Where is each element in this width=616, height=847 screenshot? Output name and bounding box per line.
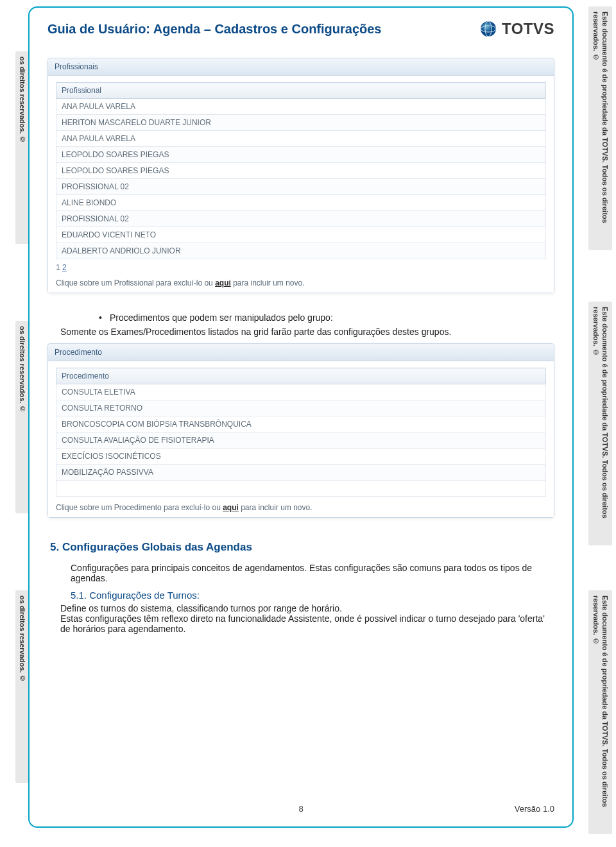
table-row[interactable]: ALINE BIONDO — [56, 195, 546, 211]
table-row[interactable]: PROFISSIONAL 02 — [56, 179, 546, 195]
table-procedimentos: Procedimento CONSULTA ELETIVACONSULTA RE… — [56, 368, 546, 497]
table-cell: ANA PAULA VARELA — [56, 99, 546, 115]
page-frame: Guia de Usuário: Agenda – Cadastros e Co… — [28, 6, 574, 828]
bullet-item: • Procedimentos que podem ser manipulado… — [99, 312, 554, 323]
version-label: Versão 1.0 — [515, 804, 554, 814]
table-row[interactable]: CONSULTA ELETIVA — [56, 384, 546, 400]
pager: 1 2 — [56, 263, 546, 272]
table-cell: ADALBERTO ANDRIOLO JUNIOR — [56, 243, 546, 259]
table-row[interactable]: ADALBERTO ANDRIOLO JUNIOR — [56, 243, 546, 259]
table-row-empty — [56, 481, 546, 497]
table-row[interactable]: ANA PAULA VARELA — [56, 99, 546, 115]
brand-text: TOTVS — [502, 20, 554, 38]
table-cell: PROFISSIONAL 02 — [56, 179, 546, 195]
table-row[interactable]: LEOPOLDO SOARES PIEGAS — [56, 147, 546, 163]
bullet-icon: • — [99, 312, 102, 323]
panel-title: Profissionais — [48, 58, 554, 76]
hint-procedimentos: Clique sobre um Procedimento para excluí… — [56, 503, 546, 512]
table-cell: EXECÍCIOS ISOCINÉTICOS — [56, 449, 546, 465]
add-profissional-link[interactable]: aqui — [215, 278, 231, 287]
table-row[interactable]: CONSULTA RETORNO — [56, 400, 546, 416]
bullet-text: Procedimentos que podem ser manipulados … — [110, 312, 333, 323]
svg-point-0 — [481, 21, 496, 37]
hint-text: para incluir um novo. — [233, 278, 304, 287]
table-cell: ANA PAULA VARELA — [56, 131, 546, 147]
table-row[interactable]: CONSULTA AVALIAÇÃO DE FISIOTERAPIA — [56, 432, 546, 449]
globe-icon — [479, 19, 498, 38]
paragraph: Somente os Exames/Procedimentos listados… — [60, 327, 554, 337]
table-cell: ALINE BIONDO — [56, 195, 546, 211]
table-cell: EDUARDO VICENTI NETO — [56, 227, 546, 243]
panel-title: Procedimento — [48, 344, 554, 361]
table-profissionais: Profissional ANA PAULA VARELAHERITON MAS… — [56, 82, 546, 259]
section-5-1-heading: 5.1. Configurações de Turnos: — [71, 590, 554, 601]
hint-text: Clique sobre um Profissional para excluí… — [56, 278, 215, 287]
table-cell: CONSULTA AVALIAÇÃO DE FISIOTERAPIA — [56, 432, 546, 449]
document-title: Guia de Usuário: Agenda – Cadastros e Co… — [47, 22, 382, 37]
table-cell: HERITON MASCARELO DUARTE JUNIOR — [56, 115, 546, 131]
table-row[interactable]: ANA PAULA VARELA — [56, 131, 546, 147]
hint-text: para incluir um novo. — [241, 503, 312, 512]
table-row[interactable]: HERITON MASCARELO DUARTE JUNIOR — [56, 115, 546, 131]
table-header[interactable]: Procedimento — [56, 368, 546, 384]
watermark-right-3: Este documento é de propriedade da TOTVS… — [588, 590, 612, 834]
table-cell: BRONCOSCOPIA COM BIÓPSIA TRANSBRÔNQUICA — [56, 416, 546, 432]
table-cell: LEOPOLDO SOARES PIEGAS — [56, 147, 546, 163]
header: Guia de Usuário: Agenda – Cadastros e Co… — [47, 19, 554, 38]
hint-profissionais: Clique sobre um Profissional para excluí… — [56, 278, 546, 287]
table-row[interactable]: EXECÍCIOS ISOCINÉTICOS — [56, 449, 546, 465]
watermark-right-1: Este documento é de propriedade da TOTVS… — [588, 6, 612, 250]
table-cell: CONSULTA RETORNO — [56, 400, 546, 416]
table-cell: MOBILIZAÇÃO PASSIVVA — [56, 465, 546, 481]
table-cell: LEOPOLDO SOARES PIEGAS — [56, 163, 546, 179]
section-5-1-body: Define os turnos do sistema, classifican… — [60, 603, 554, 634]
table-cell: CONSULTA ELETIVA — [56, 384, 546, 400]
table-row[interactable]: EDUARDO VICENTI NETO — [56, 227, 546, 243]
footer: 8 Versão 1.0 — [30, 804, 572, 814]
page-number: 8 — [298, 804, 303, 814]
table-row[interactable]: PROFISSIONAL 02 — [56, 211, 546, 227]
pager-page-current: 1 — [56, 263, 60, 272]
table-header[interactable]: Profissional — [56, 83, 546, 99]
brand-logo: TOTVS — [479, 19, 554, 38]
watermark-right-2: Este documento é de propriedade da TOTVS… — [588, 302, 612, 545]
hint-text: Clique sobre um Procedimento para excluí… — [56, 503, 223, 512]
table-row[interactable]: BRONCOSCOPIA COM BIÓPSIA TRANSBRÔNQUICA — [56, 416, 546, 432]
pager-page-link[interactable]: 2 — [62, 263, 67, 272]
panel-profissionais: Profissionais Profissional ANA PAULA VAR… — [47, 58, 554, 293]
table-cell: PROFISSIONAL 02 — [56, 211, 546, 227]
table-row[interactable]: LEOPOLDO SOARES PIEGAS — [56, 163, 546, 179]
panel-procedimento: Procedimento Procedimento CONSULTA ELETI… — [47, 343, 554, 518]
section-5-heading: 5. Configurações Globais das Agendas — [50, 541, 554, 554]
section-5-body: Configurações para principais conceitos … — [71, 563, 554, 583]
add-procedimento-link[interactable]: aqui — [223, 503, 239, 512]
table-row[interactable]: MOBILIZAÇÃO PASSIVVA — [56, 465, 546, 481]
